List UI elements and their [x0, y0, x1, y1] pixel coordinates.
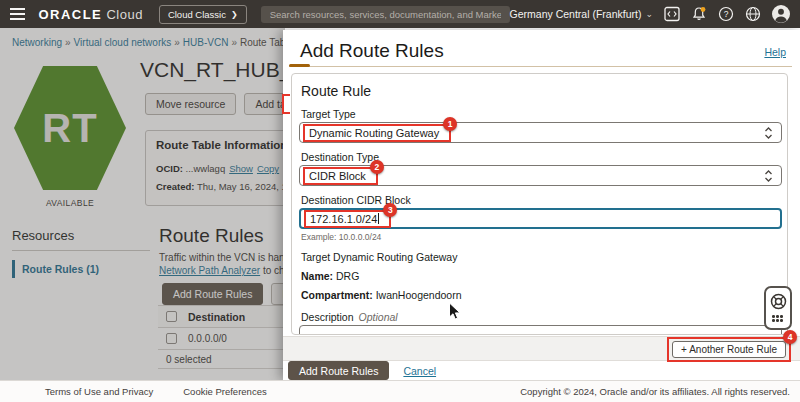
code-console-icon[interactable]: [664, 6, 680, 22]
target-info-heading: Target Dynamic Routing Gateway: [301, 251, 782, 263]
cookie-preferences-link[interactable]: Cookie Preferences: [183, 386, 266, 397]
oracle-cloud-console: ORACLE Cloud Cloud Classic ❯ Germany Cen…: [0, 0, 800, 402]
description-label: DescriptionOptional: [301, 311, 782, 323]
route-rule-card: Route Rule Target Type Dynamic Routing G…: [291, 73, 788, 335]
destination-cidr-input[interactable]: 172.16.1.0/24 3: [299, 208, 782, 229]
avatar-icon[interactable]: [772, 5, 790, 23]
description-input[interactable]: [299, 325, 782, 335]
destination-type-select[interactable]: CIDR Block 2: [299, 165, 782, 186]
select-updown-icon: [764, 126, 773, 140]
target-type-label: Target Type: [301, 108, 782, 120]
destination-cidr-label: Destination CIDR Block: [301, 194, 782, 206]
svg-text:?: ?: [724, 9, 729, 19]
page-footer: Terms of Use and Privacy Cookie Preferen…: [0, 380, 800, 402]
another-route-rule-button[interactable]: + Another Route Rule: [672, 341, 786, 358]
divider: [289, 66, 792, 67]
modal-dim-overlay: [0, 28, 285, 380]
cloud-classic-button[interactable]: Cloud Classic ❯: [159, 5, 247, 24]
panel-title: Add Route Rules: [300, 40, 444, 62]
annotation-box-4: + Another Route Rule 4: [667, 337, 791, 362]
annotation-badge-2: 2: [370, 160, 384, 174]
annotation-badge-1: 1: [443, 117, 457, 131]
annotation-box-3: 172.16.1.0/24 3: [304, 210, 391, 228]
support-floating-widget[interactable]: [764, 286, 792, 330]
help-link[interactable]: Help: [764, 46, 786, 58]
text-caret: [378, 213, 379, 224]
annotation-box-1: Dynamic Routing Gateway 1: [303, 124, 451, 142]
card-footer-strip: + Another Route Rule 4: [283, 336, 800, 361]
search-input[interactable]: [261, 6, 510, 23]
globe-icon[interactable]: [745, 6, 761, 22]
hamburger-icon[interactable]: [10, 8, 25, 20]
add-route-rules-panel: Add Route Rules Help Route Rule Target T…: [283, 30, 800, 380]
chevron-down-icon: ⌄: [645, 9, 653, 19]
panel-add-route-rules-button[interactable]: Add Route Rules: [288, 361, 389, 380]
cancel-link[interactable]: Cancel: [403, 365, 436, 377]
target-type-select[interactable]: Dynamic Routing Gateway 1: [299, 122, 782, 143]
region-selector[interactable]: Germany Central (Frankfurt) ⌄: [510, 8, 653, 20]
annotation-box-cropped: [282, 94, 290, 114]
oracle-cloud-logo[interactable]: ORACLE Cloud: [38, 7, 142, 22]
chevron-right-icon: ❯: [231, 10, 238, 19]
cidr-example-hint: Example: 10.0.0.0/24: [301, 232, 782, 242]
help-circle-icon[interactable]: ?: [718, 6, 734, 22]
annotation-box-2: CIDR Block 2: [303, 167, 378, 185]
top-navigation-bar: ORACLE Cloud Cloud Classic ❯ Germany Cen…: [0, 0, 800, 28]
life-buoy-icon[interactable]: [770, 293, 787, 310]
select-updown-icon: [764, 169, 773, 183]
dots-grid-icon[interactable]: [772, 315, 784, 323]
annotation-badge-4: 4: [783, 330, 797, 344]
terms-link[interactable]: Terms of Use and Privacy: [45, 386, 153, 397]
copyright-text: Copyright © 2024, Oracle and/or its affi…: [520, 386, 790, 397]
annotation-badge-3: 3: [383, 203, 397, 217]
notification-bell-icon[interactable]: [691, 6, 707, 22]
scroll-progress-indicator: [289, 64, 310, 67]
